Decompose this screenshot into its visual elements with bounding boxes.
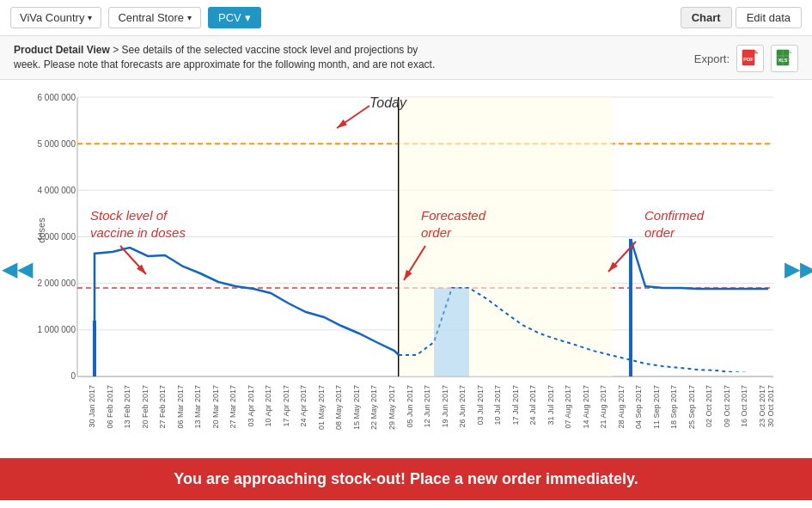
svg-text:13 Feb 2017: 13 Feb 2017 [123, 385, 131, 429]
chart-nav-left[interactable]: ◀◀ [2, 257, 27, 281]
svg-text:06 Feb 2017: 06 Feb 2017 [106, 385, 114, 429]
svg-text:20 Mar 2017: 20 Mar 2017 [211, 385, 220, 429]
toolbar-description: Product Detail View > See details of the… [14, 43, 443, 72]
svg-text:4 000 000: 4 000 000 [38, 186, 76, 195]
warning-text: You are approaching stock-out! Place a n… [174, 470, 638, 487]
svg-text:22 May 2017: 22 May 2017 [369, 385, 378, 430]
svg-text:25 Sep 2017: 25 Sep 2017 [687, 385, 696, 429]
chart-container: ◀◀ ▶▶ doses 6 000 000 5 000 000 4 000 00… [0, 80, 812, 458]
svg-text:19 Jun 2017: 19 Jun 2017 [441, 385, 449, 428]
svg-text:6 000 000: 6 000 000 [38, 93, 76, 102]
svg-text:11 Sep 2017: 11 Sep 2017 [652, 385, 661, 429]
viva-country-label: ViVa Country [20, 11, 84, 24]
caret-icon3: ▾ [245, 11, 251, 24]
svg-text:PDF: PDF [743, 57, 754, 62]
forecast-arrow [395, 242, 455, 293]
svg-text:28 Aug 2017: 28 Aug 2017 [617, 385, 626, 429]
svg-line-81 [608, 242, 636, 272]
edit-data-tab[interactable]: Edit data [736, 7, 802, 28]
svg-text:17 Jul 2017: 17 Jul 2017 [511, 385, 520, 425]
header-tabs: Chart Edit data [681, 7, 802, 28]
viva-country-button[interactable]: ViVa Country ▾ [10, 7, 101, 28]
excel-icon: XLS [775, 49, 794, 68]
chart-nav-right[interactable]: ▶▶ [785, 257, 810, 281]
confirmed-annotation: Confirmedorder [644, 207, 704, 241]
svg-text:06 Mar 2017: 06 Mar 2017 [176, 385, 185, 429]
pdf-export-button[interactable]: PDF [736, 45, 764, 72]
svg-text:10 Jul 2017: 10 Jul 2017 [493, 385, 502, 425]
svg-text:24 Jul 2017: 24 Jul 2017 [528, 385, 537, 425]
svg-text:16 Oct 2017: 16 Oct 2017 [740, 385, 748, 427]
svg-text:0: 0 [70, 371, 76, 381]
svg-text:XLS: XLS [778, 58, 788, 63]
caret-icon2: ▾ [187, 13, 192, 22]
svg-text:23 Oct 2017: 23 Oct 2017 [758, 385, 766, 427]
svg-text:18 Sep 2017: 18 Sep 2017 [669, 385, 678, 429]
svg-text:5 000 000: 5 000 000 [38, 139, 76, 149]
svg-text:30 Jan 2017: 30 Jan 2017 [88, 385, 96, 428]
chart-tab[interactable]: Chart [681, 7, 732, 28]
today-arrow [328, 104, 371, 138]
svg-text:27 Feb 2017: 27 Feb 2017 [158, 385, 167, 429]
svg-text:03 Jul 2017: 03 Jul 2017 [476, 385, 485, 425]
svg-marker-9 [789, 50, 792, 53]
svg-text:30 Oct 2017: 30 Oct 2017 [766, 385, 775, 427]
pdf-icon: PDF [741, 49, 760, 68]
svg-text:14 Aug 2017: 14 Aug 2017 [582, 385, 590, 429]
svg-text:13 Mar 2017: 13 Mar 2017 [193, 385, 202, 429]
svg-text:02 Oct 2017: 02 Oct 2017 [705, 385, 713, 427]
svg-text:03 Apr 2017: 03 Apr 2017 [247, 385, 255, 427]
svg-rect-32 [434, 288, 469, 376]
export-area: Export: PDF XLS [694, 45, 798, 72]
warning-banner: You are approaching stock-out! Place a n… [0, 458, 812, 500]
svg-text:3 000 000: 3 000 000 [38, 232, 76, 242]
svg-text:09 Oct 2017: 09 Oct 2017 [723, 385, 731, 427]
central-store-button[interactable]: Central Store ▾ [108, 7, 201, 28]
svg-text:05 Jun 2017: 05 Jun 2017 [406, 385, 414, 428]
confirmed-arrow [601, 237, 662, 289]
svg-text:29 May 2017: 29 May 2017 [388, 385, 396, 430]
pcv-label: PCV [218, 11, 241, 24]
caret-icon: ▾ [88, 13, 92, 22]
svg-line-79 [404, 246, 425, 280]
svg-text:26 Jun 2017: 26 Jun 2017 [458, 385, 467, 428]
header: ViVa Country ▾ Central Store ▾ PCV ▾ Cha… [0, 0, 812, 36]
today-annotation: Today [369, 95, 406, 111]
svg-text:27 Mar 2017: 27 Mar 2017 [229, 385, 237, 429]
svg-text:04 Sep 2017: 04 Sep 2017 [634, 385, 643, 429]
svg-text:07 Aug 2017: 07 Aug 2017 [564, 385, 572, 429]
pcv-button[interactable]: PCV ▾ [208, 7, 261, 28]
svg-text:15 May 2017: 15 May 2017 [352, 385, 361, 430]
svg-line-75 [337, 106, 369, 128]
forecast-annotation: Forecastedorder [421, 207, 485, 241]
svg-text:24 Apr 2017: 24 Apr 2017 [299, 385, 308, 427]
svg-text:12 Jun 2017: 12 Jun 2017 [423, 385, 431, 428]
excel-export-button[interactable]: XLS [771, 45, 798, 72]
export-label: Export: [694, 52, 730, 65]
header-nav: ViVa Country ▾ Central Store ▾ PCV ▾ [10, 7, 261, 28]
svg-text:1 000 000: 1 000 000 [38, 325, 76, 334]
svg-text:08 May 2017: 08 May 2017 [334, 385, 343, 430]
svg-text:31 Jul 2017: 31 Jul 2017 [546, 385, 555, 425]
stock-arrow [116, 242, 168, 285]
toolbar: Product Detail View > See details of the… [0, 36, 812, 80]
svg-text:20 Feb 2017: 20 Feb 2017 [141, 385, 150, 429]
svg-text:10 Apr 2017: 10 Apr 2017 [264, 385, 272, 427]
svg-line-77 [120, 246, 146, 274]
svg-text:2 000 000: 2 000 000 [38, 278, 76, 288]
svg-text:01 May 2017: 01 May 2017 [317, 385, 326, 430]
svg-text:17 Apr 2017: 17 Apr 2017 [282, 385, 290, 427]
description-title: Product Detail View [14, 44, 110, 56]
central-store-label: Central Store [118, 11, 184, 24]
stock-annotation: Stock level ofvaccine in doses [90, 207, 186, 241]
svg-text:21 Aug 2017: 21 Aug 2017 [599, 385, 607, 429]
